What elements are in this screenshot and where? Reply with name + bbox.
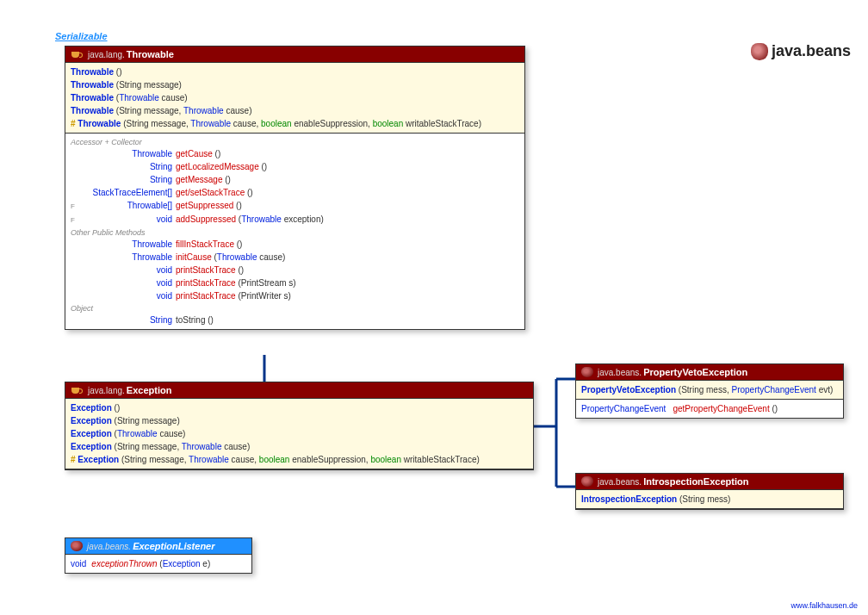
exception-class-box: java.lang. Exception Exception () Except… <box>65 382 534 470</box>
ie-header: java.beans. IntrospectionException <box>576 474 843 490</box>
serializable-link[interactable]: Serializable <box>55 31 108 41</box>
footer-link[interactable]: www.falkhausen.de <box>790 601 858 610</box>
bean-icon <box>581 476 593 487</box>
el-methods: voidexceptionThrown (Exception e) <box>65 555 251 573</box>
propertyvetoexception-box: java.beans. PropertyVetoException Proper… <box>575 363 844 419</box>
exception-constructors: Exception () Exception (String message) … <box>65 399 533 469</box>
bean-icon <box>71 541 83 551</box>
pve-methods: PropertyChangeEventgetPropertyChangeEven… <box>576 400 843 418</box>
cup-icon <box>71 385 84 395</box>
package-title: java.beans <box>751 42 851 60</box>
cup-icon <box>71 49 84 59</box>
ie-constructors: IntrospectionException (String mess) <box>576 490 843 509</box>
bean-icon <box>581 367 593 377</box>
exceptionlistener-box: java.beans. ExceptionListener voidexcept… <box>65 537 252 574</box>
throwable-methods: Accessor + Collector ThrowablegetCause (… <box>65 134 524 329</box>
pve-header: java.beans. PropertyVetoException <box>576 364 843 381</box>
throwable-header: java.lang. Throwable <box>65 47 524 63</box>
bean-icon <box>751 43 768 60</box>
introspectionexception-box: java.beans. IntrospectionException Intro… <box>575 473 844 510</box>
el-header: java.beans. ExceptionListener <box>65 538 251 555</box>
package-title-text: java.beans <box>772 42 851 60</box>
throwable-constructors: Throwable () Throwable (String message) … <box>65 63 524 134</box>
throwable-class-box: java.lang. Throwable Throwable () Throwa… <box>65 46 525 330</box>
pve-constructors: PropertyVetoException (String mess, Prop… <box>576 381 843 400</box>
exception-header: java.lang. Exception <box>65 382 533 399</box>
